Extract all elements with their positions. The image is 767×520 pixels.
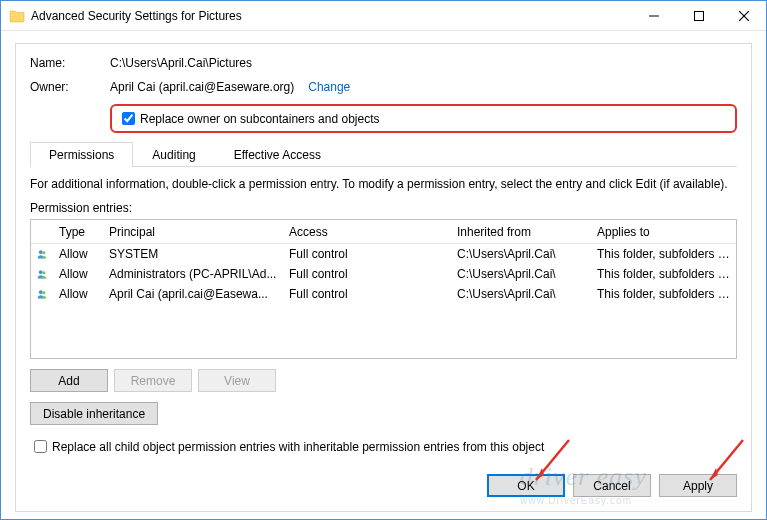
cell-access: Full control bbox=[283, 266, 451, 282]
col-principal[interactable]: Principal bbox=[103, 222, 283, 242]
cell-inherited: C:\Users\April.Cai\ bbox=[451, 286, 591, 302]
svg-point-4 bbox=[42, 271, 45, 274]
name-label: Name: bbox=[30, 56, 110, 70]
replace-all-row: Replace all child object permission entr… bbox=[30, 437, 737, 456]
cell-principal: SYSTEM bbox=[103, 246, 283, 262]
window-title: Advanced Security Settings for Pictures bbox=[31, 9, 242, 23]
cell-access: Full control bbox=[283, 246, 451, 262]
folder-icon bbox=[9, 8, 25, 24]
view-button: View bbox=[198, 369, 276, 392]
name-row: Name: C:\Users\April.Cai\Pictures bbox=[30, 56, 737, 70]
close-button[interactable] bbox=[721, 1, 766, 30]
tab-permissions[interactable]: Permissions bbox=[30, 142, 133, 167]
cell-principal: April Cai (april.cai@Easewa... bbox=[103, 286, 283, 302]
cell-applies: This folder, subfolders and files bbox=[591, 266, 736, 282]
svg-point-3 bbox=[39, 270, 43, 274]
panel: Name: C:\Users\April.Cai\Pictures Owner:… bbox=[15, 43, 752, 512]
name-value: C:\Users\April.Cai\Pictures bbox=[110, 56, 252, 70]
disable-inheritance-button[interactable]: Disable inheritance bbox=[30, 402, 158, 425]
svg-point-1 bbox=[39, 250, 43, 254]
footer-buttons: OK Cancel Apply bbox=[30, 474, 737, 497]
ok-button[interactable]: OK bbox=[487, 474, 565, 497]
entries-label: Permission entries: bbox=[30, 201, 737, 215]
replace-owner-label: Replace owner on subcontainers and objec… bbox=[140, 112, 379, 126]
tab-bar: Permissions Auditing Effective Access bbox=[30, 141, 737, 167]
replace-all-checkbox[interactable] bbox=[34, 440, 47, 453]
cell-type: Allow bbox=[53, 246, 103, 262]
col-applies[interactable]: Applies to bbox=[591, 222, 736, 242]
user-group-icon bbox=[31, 285, 53, 303]
svg-point-2 bbox=[42, 251, 45, 254]
maximize-button[interactable] bbox=[676, 1, 721, 30]
cell-type: Allow bbox=[53, 266, 103, 282]
tab-effective-access[interactable]: Effective Access bbox=[215, 142, 340, 167]
col-inherited[interactable]: Inherited from bbox=[451, 222, 591, 242]
table-row[interactable]: AllowApril Cai (april.cai@Easewa...Full … bbox=[31, 284, 736, 304]
minimize-button[interactable] bbox=[631, 1, 676, 30]
info-text: For additional information, double-click… bbox=[30, 177, 737, 191]
cell-applies: This folder, subfolders and files bbox=[591, 246, 736, 262]
svg-point-6 bbox=[42, 291, 45, 294]
window: Advanced Security Settings for Pictures … bbox=[0, 0, 767, 520]
user-group-icon bbox=[31, 265, 53, 283]
apply-button[interactable]: Apply bbox=[659, 474, 737, 497]
replace-owner-checkbox[interactable] bbox=[122, 112, 135, 125]
titlebar: Advanced Security Settings for Pictures bbox=[1, 1, 766, 31]
col-type[interactable]: Type bbox=[53, 222, 103, 242]
change-owner-link[interactable]: Change bbox=[308, 80, 350, 94]
cell-applies: This folder, subfolders and files bbox=[591, 286, 736, 302]
col-access[interactable]: Access bbox=[283, 222, 451, 242]
replace-owner-highlight: Replace owner on subcontainers and objec… bbox=[110, 104, 737, 133]
add-button[interactable]: Add bbox=[30, 369, 108, 392]
table-row[interactable]: AllowSYSTEMFull controlC:\Users\April.Ca… bbox=[31, 244, 736, 264]
cell-principal: Administrators (PC-APRIL\Ad... bbox=[103, 266, 283, 282]
cell-access: Full control bbox=[283, 286, 451, 302]
cell-inherited: C:\Users\April.Cai\ bbox=[451, 266, 591, 282]
remove-button: Remove bbox=[114, 369, 192, 392]
svg-rect-0 bbox=[694, 11, 703, 20]
table-row[interactable]: AllowAdministrators (PC-APRIL\Ad...Full … bbox=[31, 264, 736, 284]
owner-label: Owner: bbox=[30, 80, 110, 94]
entry-button-row: Add Remove View bbox=[30, 369, 737, 392]
owner-row: Owner: April Cai (april.cai@Easeware.org… bbox=[30, 80, 737, 94]
user-group-icon bbox=[31, 245, 53, 263]
permissions-grid[interactable]: Type Principal Access Inherited from App… bbox=[30, 219, 737, 359]
owner-value: April Cai (april.cai@Easeware.org) bbox=[110, 80, 294, 94]
cell-inherited: C:\Users\April.Cai\ bbox=[451, 246, 591, 262]
tab-auditing[interactable]: Auditing bbox=[133, 142, 214, 167]
grid-header: Type Principal Access Inherited from App… bbox=[31, 220, 736, 244]
cancel-button[interactable]: Cancel bbox=[573, 474, 651, 497]
content: Name: C:\Users\April.Cai\Pictures Owner:… bbox=[1, 31, 766, 520]
replace-all-label: Replace all child object permission entr… bbox=[52, 440, 544, 454]
svg-point-5 bbox=[39, 290, 43, 294]
cell-type: Allow bbox=[53, 286, 103, 302]
